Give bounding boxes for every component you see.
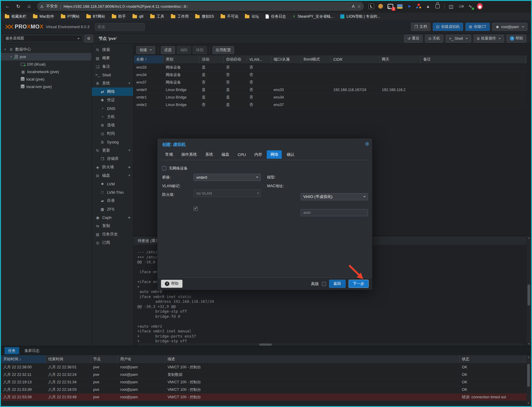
power-automate-icon[interactable]: ➤ xyxy=(406,3,412,9)
no-network-checkbox[interactable] xyxy=(162,166,166,170)
vlan-input[interactable]: no VLAN xyxy=(194,190,261,197)
model-select[interactable]: VirtIO (半虚拟化) xyxy=(301,193,368,200)
bookmark-item[interactable]: 工具 xyxy=(150,14,164,19)
bookmark-item[interactable]: 不可说 xyxy=(221,14,239,19)
chevron-down-icon xyxy=(256,177,258,179)
read-aloud-icon[interactable]: A xyxy=(352,4,355,9)
lion-icon xyxy=(340,14,344,19)
bookmark-item[interactable]: 微软E5 xyxy=(195,14,214,19)
image-extension-icon[interactable] xyxy=(397,3,403,9)
address-bar[interactable]: ⚠ 不安全 | https://192.168.116.167:8006/#v1… xyxy=(37,2,364,11)
folder-icon xyxy=(5,15,9,18)
bookmark-label: BT网站 xyxy=(93,14,105,19)
bookmark-item[interactable]: 任务日志 xyxy=(266,14,286,19)
url-rest: ://192.168.116.167:8006/#v1:0:=node%2Fpv… xyxy=(72,4,188,9)
back-button[interactable]: 返回 xyxy=(329,280,346,288)
folder-icon xyxy=(61,15,65,18)
extension-l-icon[interactable]: L xyxy=(369,4,374,9)
security-label[interactable]: 不安全 xyxy=(46,4,58,9)
bookmark-label: Mac软件 xyxy=(40,14,54,19)
bookmark-item[interactable]: 论坛 xyxy=(245,14,259,19)
bookmark-item[interactable]: LION导航 | 专业的... xyxy=(340,14,380,19)
address-divider: | xyxy=(60,4,61,9)
bookmark-label: 不可说 xyxy=(227,14,239,19)
bookmark-item[interactable]: ⚡SteamPY_安全省钱... xyxy=(293,14,334,19)
bookmark-label: LION导航 | 专业的... xyxy=(346,14,380,19)
advanced-label: 高级 xyxy=(311,281,319,287)
mac-label: MAC地址: xyxy=(267,182,284,190)
folder-icon xyxy=(195,15,200,18)
tab-网络[interactable]: 网络 xyxy=(267,150,282,159)
dialog-tabbar: 常规操作系统系统磁盘CPU内存网络确认 xyxy=(162,150,368,160)
folder-icon xyxy=(33,15,37,18)
folder-icon xyxy=(171,15,175,18)
model-label: 模型: xyxy=(267,174,275,181)
advanced-checkbox[interactable] xyxy=(322,282,326,286)
bookmark-label: 助手 xyxy=(118,14,126,19)
bookmark-label: SteamPY_安全省钱... xyxy=(298,14,334,19)
tab-操作系统[interactable]: 操作系统 xyxy=(178,150,201,159)
folder-icon xyxy=(150,15,155,18)
annotation-arrow xyxy=(345,263,375,283)
firewall-label: 防火墙: xyxy=(162,191,174,198)
folder-icon xyxy=(112,15,116,18)
tab-确认[interactable]: 确认 xyxy=(283,150,298,159)
spinner-icons[interactable] xyxy=(257,191,259,195)
tab-常规[interactable]: 常规 xyxy=(162,150,177,159)
folder-icon xyxy=(86,15,91,18)
mountain-extension-icon[interactable]: ▲ xyxy=(425,3,431,9)
bookmark-item[interactable]: PT网站 xyxy=(61,14,80,19)
extension-badge: 2 xyxy=(392,7,395,11)
bookmark-item[interactable]: 工作用 xyxy=(171,14,189,19)
cookie-extension-icon[interactable] xyxy=(378,3,384,9)
dialog-footer: ?帮助 高级 返回 下一步 xyxy=(157,277,372,290)
question-icon: ? xyxy=(165,282,169,286)
page-icon xyxy=(266,14,269,19)
back-icon[interactable]: ← xyxy=(3,2,12,11)
refresh-icon[interactable]: ↻ xyxy=(14,2,23,11)
collections-icon[interactable]: ☆≡ xyxy=(458,3,464,9)
url-text[interactable]: https://192.168.116.167:8006/#v1:0:=node… xyxy=(64,4,188,9)
bookmark-item[interactable]: qB xyxy=(132,14,144,19)
favorite-star-icon[interactable]: ☆ xyxy=(357,4,361,9)
tab-系统[interactable]: 系统 xyxy=(202,150,217,159)
vlan-label: VLAN标记: xyxy=(162,182,180,190)
bookmark-item[interactable]: Mac软件 xyxy=(33,14,54,19)
molecule-extension-icon[interactable] xyxy=(416,4,421,9)
bookmark-label: 收藏夹栏 xyxy=(11,14,26,19)
bookmark-item[interactable]: BT网站 xyxy=(86,14,105,19)
bookmark-label: PT网站 xyxy=(67,14,80,19)
screenshot-extension-icon[interactable]: 2 xyxy=(387,3,393,9)
profile-avatar[interactable] xyxy=(477,3,483,9)
warning-icon: ⚠ xyxy=(40,4,44,9)
toolbar-divider xyxy=(444,4,444,9)
bookmark-label: qB xyxy=(139,14,144,19)
browser-health-icon[interactable]: ∿ xyxy=(467,3,473,9)
bookmarks-bar: 收藏夹栏Mac软件PT网站BT网站助手qB工具工作用微软E5不可说论坛任务日志⚡… xyxy=(0,13,532,20)
create-vm-dialog: 创建: 虚拟机 ⊗ 常规操作系统系统磁盘CPU内存网络确认 无网络设备 桥接: … xyxy=(157,138,373,290)
mac-input-wrap xyxy=(301,209,368,216)
dialog-title: 创建: 虚拟机 xyxy=(162,142,186,147)
url-scheme: https xyxy=(64,4,72,9)
folder-icon xyxy=(132,15,137,18)
no-network-label: 无网络设备 xyxy=(169,166,188,171)
steam-icon: ⚡ xyxy=(293,14,296,19)
bridge-label: 桥接: xyxy=(162,174,171,181)
split-screen-icon[interactable]: ◫ xyxy=(448,3,454,9)
tab-内存[interactable]: 内存 xyxy=(251,150,266,159)
tab-CPU[interactable]: CPU xyxy=(234,150,249,159)
extensions-puzzle-icon[interactable] xyxy=(435,3,441,9)
dialog-help-button[interactable]: ?帮助 xyxy=(161,280,183,288)
bookmark-label: 工具 xyxy=(157,14,164,19)
mac-input[interactable] xyxy=(303,211,365,215)
browser-toolbar: ← ↻ ⌂ ⚠ 不安全 | https://192.168.116.167:80… xyxy=(0,0,532,13)
home-icon[interactable]: ⌂ xyxy=(25,2,34,11)
bookmark-item[interactable]: 收藏夹栏 xyxy=(5,14,26,19)
bookmark-label: 工作用 xyxy=(177,14,189,19)
close-icon[interactable]: ⊗ xyxy=(365,141,369,147)
tab-磁盘[interactable]: 磁盘 xyxy=(218,150,233,159)
bridge-select[interactable]: vmbr0 xyxy=(194,174,261,181)
firewall-checkbox[interactable] xyxy=(194,207,198,211)
bookmark-label: 微软E5 xyxy=(202,14,214,19)
bookmark-item[interactable]: 助手 xyxy=(112,14,126,19)
